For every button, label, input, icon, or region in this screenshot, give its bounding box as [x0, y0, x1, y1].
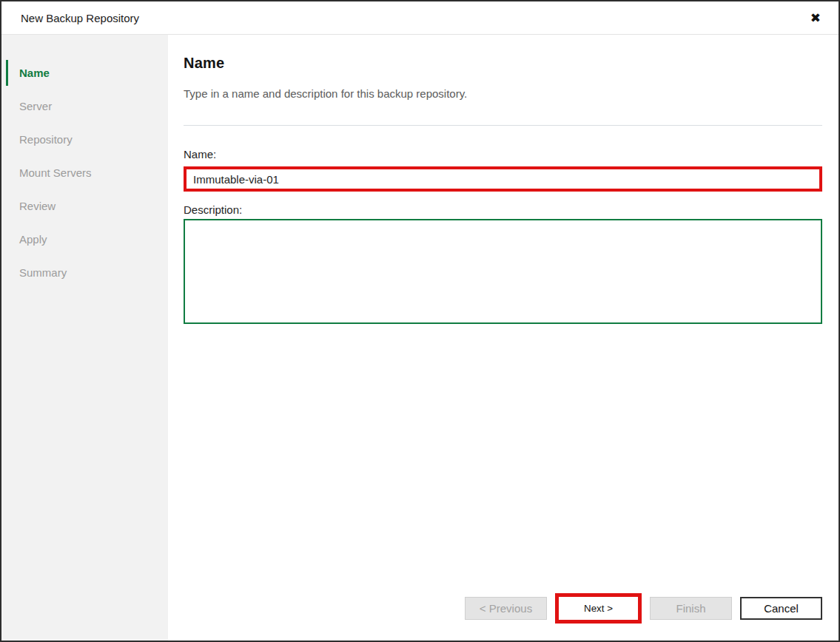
title-bar: New Backup Repository ✖ — [1, 1, 839, 35]
description-textarea[interactable] — [184, 219, 822, 324]
sidebar-item-review[interactable]: Review — [1, 189, 168, 223]
active-step-indicator — [6, 60, 8, 86]
sidebar-item-name[interactable]: Name — [1, 56, 168, 89]
sidebar-item-server[interactable]: Server — [1, 89, 168, 123]
step-label: Mount Servers — [19, 166, 92, 179]
wizard-footer: < Previous Next > Finish Cancel — [184, 593, 822, 625]
close-icon[interactable]: ✖ — [806, 9, 825, 27]
description-field-label: Description: — [184, 203, 822, 216]
name-field-label: Name: — [184, 148, 822, 160]
wizard-steps-sidebar: Name Server Repository Mount Servers Rev… — [1, 35, 168, 641]
sidebar-item-mount-servers[interactable]: Mount Servers — [1, 156, 168, 189]
sidebar-item-apply[interactable]: Apply — [1, 223, 168, 256]
step-label: Apply — [19, 233, 47, 246]
sidebar-item-repository[interactable]: Repository — [1, 123, 168, 156]
dialog-body: Name Server Repository Mount Servers Rev… — [1, 35, 839, 641]
step-label: Server — [19, 100, 52, 112]
step-label: Summary — [19, 266, 67, 279]
previous-button[interactable]: < Previous — [465, 597, 547, 620]
name-input[interactable] — [187, 169, 819, 189]
divider — [184, 125, 822, 126]
step-label: Review — [19, 200, 56, 212]
wizard-page-content: Name Type in a name and description for … — [168, 35, 839, 641]
new-backup-repository-dialog: New Backup Repository ✖ Name Server Repo… — [0, 0, 840, 642]
page-title: Name — [184, 55, 822, 72]
name-input-red-annotation — [184, 166, 822, 192]
finish-button[interactable]: Finish — [650, 597, 732, 620]
cancel-button[interactable]: Cancel — [740, 597, 822, 620]
sidebar-item-summary[interactable]: Summary — [1, 256, 168, 289]
window-title: New Backup Repository — [21, 12, 139, 24]
page-subtitle: Type in a name and description for this … — [184, 87, 822, 100]
step-label: Name — [19, 67, 50, 79]
step-label: Repository — [19, 133, 73, 146]
next-button[interactable]: Next > — [559, 597, 638, 620]
next-button-red-annotation: Next > — [555, 593, 642, 624]
